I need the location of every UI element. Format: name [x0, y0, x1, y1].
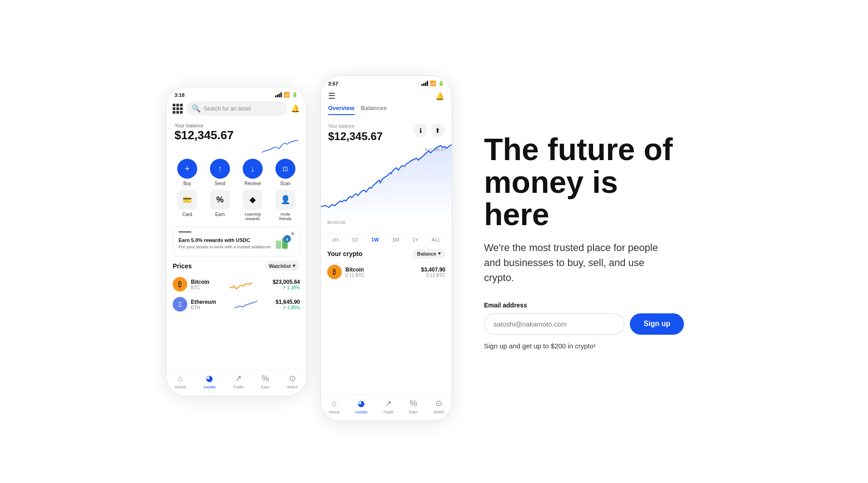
- hero-section: The future of money is here We're the mo…: [466, 124, 702, 358]
- eth-left: Ξ Ethereum ETH: [173, 297, 216, 312]
- bottom-nav-1: ⌂ Home ◕ Assets ↗ Trade % Earn ⊙ Web3: [166, 369, 306, 396]
- nav-web3-label: Web3: [287, 385, 298, 389]
- eth-right: $1,645.90 ↗ 1.85%: [276, 299, 300, 310]
- scan-button[interactable]: ⊡ Scan: [275, 159, 295, 186]
- balance-chart-row: [166, 140, 306, 154]
- wifi-icon-2: 📶: [430, 80, 436, 86]
- eth-price: $1,645.90: [276, 299, 300, 305]
- nav-trade[interactable]: ↗ Trade: [233, 373, 244, 389]
- hamburger-icon[interactable]: ☰: [328, 91, 335, 101]
- tf-all[interactable]: ALL: [429, 236, 444, 243]
- earn-icon: %: [210, 190, 230, 210]
- email-label: Email address: [484, 302, 684, 309]
- main-chart-svg: [321, 143, 452, 220]
- your-crypto-title: Your crypto: [327, 250, 363, 257]
- btc-right-p2: $3,407.90 0.11 BTC: [421, 267, 445, 278]
- btc-row[interactable]: ₿ Bitcoin BTC $23,005.64 ↗ 1.38%: [173, 274, 300, 294]
- action-buttons-row1: + Buy ↑ Send ↓ Receive ⊡ Scan: [166, 154, 306, 189]
- tab-balances[interactable]: Balances: [361, 105, 387, 115]
- invite-label: Invitefriends: [279, 212, 291, 221]
- p2-nav-home[interactable]: ⌂ Home: [329, 399, 339, 414]
- home-nav-icon: ⌂: [178, 374, 183, 383]
- tf-1y[interactable]: 1Y: [409, 236, 421, 243]
- p2-balance-section: Your balance $12,345.67 ℹ ⬆: [321, 119, 452, 143]
- eth-info: Ethereum ETH: [191, 299, 216, 310]
- p2-nav-assets[interactable]: ◕ Assets: [355, 398, 367, 414]
- promo-text: Earn 5.0% rewards with USDC Put your ass…: [179, 237, 271, 250]
- btc-price-p2: $3,407.90: [421, 267, 445, 273]
- p2-web3-label: Web3: [434, 410, 444, 414]
- p2-home-label: Home: [329, 410, 339, 414]
- promo-title: Earn 5.0% rewards with USDC: [179, 237, 271, 243]
- tf-1m[interactable]: 1M: [389, 236, 402, 243]
- svg-rect-0: [276, 241, 281, 249]
- nav-web3[interactable]: ⊙ Web3: [287, 373, 298, 389]
- tf-1h[interactable]: 1H: [329, 236, 341, 243]
- promo-close-icon[interactable]: ✕: [290, 231, 295, 237]
- web3-nav-icon: ⊙: [289, 373, 296, 383]
- email-row: Sign up: [484, 313, 684, 335]
- balance-dropdown-button[interactable]: Balance ▾: [413, 249, 445, 258]
- chart-low-label: $8,653.88: [327, 220, 345, 225]
- signup-button[interactable]: Sign up: [630, 313, 684, 335]
- grid-icon[interactable]: [173, 104, 183, 114]
- card-icon: 💳: [177, 190, 197, 210]
- buy-button[interactable]: + Buy: [177, 159, 197, 186]
- p2-assets-icon: ◕: [358, 398, 365, 408]
- btc-icon-p2: ₿: [327, 265, 342, 279]
- eth-ticker: ETH: [191, 305, 216, 310]
- btc-price: $23,005.64: [273, 279, 300, 285]
- receive-button[interactable]: ↓ Receive: [243, 159, 263, 186]
- p2-tabs: Overview Balances: [321, 105, 452, 119]
- invite-button[interactable]: 👤 Invitefriends: [275, 190, 295, 221]
- btc-row-p2[interactable]: ₿ Bitcoin 0.11 BTC $3,407.90 0.11 BTC: [321, 261, 452, 283]
- bell-icon-2[interactable]: 🔔: [435, 92, 444, 101]
- earn-nav-icon: %: [262, 374, 269, 383]
- earn-label: Earn: [215, 212, 224, 217]
- promo-card[interactable]: ✕ Earn 5.0% rewards with USDC Put your a…: [173, 226, 300, 257]
- send-label: Send: [215, 181, 225, 186]
- p2-balance-amount: $12,345.67: [328, 130, 383, 143]
- signal-icon-2: [421, 81, 428, 86]
- status-icons-2: 📶 🔋: [421, 80, 444, 86]
- status-bar-1: 3:18 📶 🔋: [166, 87, 306, 100]
- notification-icon[interactable]: 🔔: [291, 104, 300, 113]
- p2-home-icon: ⌂: [332, 399, 337, 408]
- tab-overview[interactable]: Overview: [328, 105, 354, 115]
- nav-assets[interactable]: ◕ Assets: [203, 373, 215, 389]
- phone-2: 3:57 📶 🔋 ☰ 🔔 Over: [320, 75, 452, 421]
- time-2: 3:57: [328, 81, 338, 86]
- eth-row[interactable]: Ξ Ethereum ETH $1,645.90 ↗ 1.85%: [173, 294, 300, 314]
- email-input[interactable]: [484, 313, 624, 335]
- learning-button[interactable]: ◆ Learningrewards: [243, 190, 263, 221]
- p2-assets-label: Assets: [355, 410, 367, 414]
- send-button[interactable]: ↑ Send: [210, 159, 230, 186]
- share-button[interactable]: ⬆: [431, 124, 444, 137]
- nav-earn[interactable]: % Earn: [261, 374, 269, 389]
- hero-subtitle: We're the most trusted place for people …: [484, 240, 675, 285]
- search-placeholder: Search for an asset: [204, 106, 251, 112]
- info-button[interactable]: ℹ: [414, 124, 427, 137]
- status-bar-2: 3:57 📶 🔋: [321, 76, 452, 89]
- p2-nav-trade[interactable]: ↗ Trade: [383, 398, 394, 414]
- btc-change: ↗ 1.38%: [273, 285, 300, 290]
- wifi-icon: 📶: [284, 92, 290, 98]
- prices-header: Prices Watchlist ▾: [173, 261, 300, 271]
- p2-nav-earn[interactable]: % Earn: [409, 399, 418, 414]
- prices-section: Prices Watchlist ▾ ₿ Bitcoin BTC: [166, 258, 306, 314]
- earn-button[interactable]: % Earn: [210, 190, 230, 221]
- card-button[interactable]: 💳 Card: [177, 190, 197, 221]
- search-input[interactable]: 🔍 Search for an asset: [186, 101, 287, 116]
- btc-left-p2: ₿ Bitcoin 0.11 BTC: [327, 265, 364, 279]
- prices-title: Prices: [173, 262, 192, 270]
- p2-nav-web3[interactable]: ⊙ Web3: [434, 398, 444, 414]
- tf-1d[interactable]: 1D: [349, 236, 361, 243]
- watchlist-button[interactable]: Watchlist ▾: [264, 261, 300, 271]
- nav-home[interactable]: ⌂ Home: [175, 374, 186, 389]
- nav-assets-label: Assets: [203, 385, 215, 389]
- receive-icon: ↓: [243, 159, 263, 179]
- chart-timeframes: 1H 1D 1W 1M 1Y ALL: [321, 234, 452, 245]
- p2-trade-icon: ↗: [385, 398, 392, 408]
- p2-header: ☰ 🔔: [321, 89, 452, 105]
- tf-1w[interactable]: 1W: [369, 236, 382, 243]
